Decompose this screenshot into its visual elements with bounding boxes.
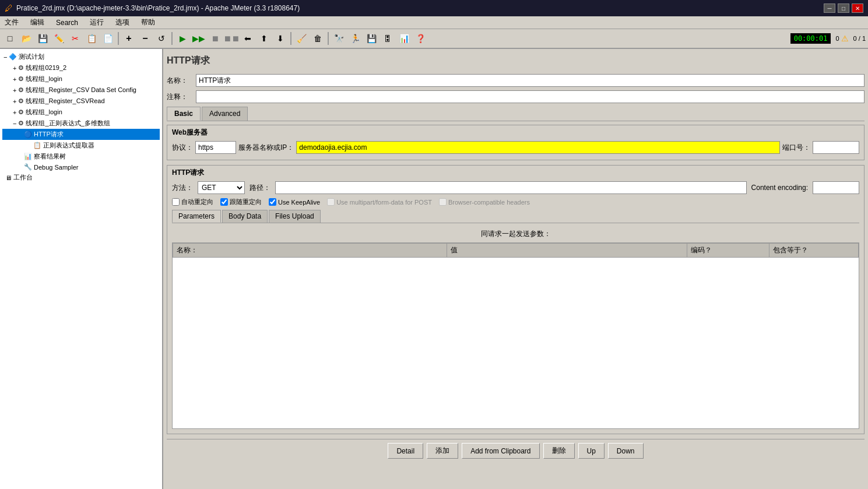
toolbar-separator-3 [290,32,291,45]
name-label: 名称： [167,76,196,86]
checkbox-redirect[interactable]: 自动重定向 [172,198,213,206]
content-area: HTTP请求 名称： 注释： Basic Advanced Web服务器 协议： [163,49,868,489]
menu-edit[interactable]: 编辑 [28,16,47,29]
toolbar-settings[interactable]: 🎛 [380,31,395,46]
sidebar-item-threadgroup-register-csv[interactable]: + ⚙ 线程组_Register_CSV Data Set Config [2,85,160,96]
protocol-input[interactable] [195,141,236,154]
toolbar-save-log[interactable]: 💾 [364,31,379,46]
toolbar-copy[interactable]: 📋 [84,31,99,46]
toolbar-cut[interactable]: ✂ [68,31,83,46]
web-server-title: Web服务器 [172,128,859,138]
toolbar-saveas[interactable]: ✏️ [51,31,66,46]
toolbar-run-remote[interactable]: 🏃 [347,31,363,46]
sidebar-item-resulttree[interactable]: 📊 察看结果树 [2,151,160,162]
checkbox-browser-headers[interactable]: Browser-compatible headers [439,198,530,206]
toolbar-save[interactable]: 💾 [35,31,50,46]
add-button[interactable]: 添加 [427,443,458,459]
down-button[interactable]: Down [608,443,644,459]
method-label: 方法： [172,183,193,193]
maximize-button[interactable]: □ [838,3,849,13]
comment-input[interactable] [196,90,865,103]
toolbar-start-all[interactable]: ▶▶ [191,31,206,46]
tab-basic[interactable]: Basic [167,107,201,121]
menu-help[interactable]: 帮助 [139,16,157,29]
toolbar-remove[interactable]: − [138,31,153,46]
sidebar-item-label: 工作台 [13,173,33,182]
toolbar-refresh[interactable]: ↺ [154,31,169,46]
sidebar-item-debug[interactable]: 🔧 Debug Sampler [2,162,160,172]
menu-search[interactable]: Search [54,17,80,28]
path-label: 路径： [249,183,270,193]
checkbox-keepalive[interactable]: Use KeepAlive [269,198,320,206]
add-from-clipboard-button[interactable]: Add from Clipboard [462,443,539,459]
delete-button[interactable]: 删除 [543,443,575,459]
toolbar-report[interactable]: 📊 [396,31,412,46]
sidebar-item-httprequest[interactable]: 🔵 HTTP请求 [2,129,160,140]
sidebar-item-threadgroup-login1[interactable]: + ⚙ 线程组_login [2,73,160,85]
threadgroup-icon: ⚙ [18,75,24,83]
expand-icon: + [13,109,16,116]
toolbar-search[interactable]: 🔭 [331,31,346,46]
close-button[interactable]: ✕ [852,3,863,13]
sidebar-item-label: 线程组_Register_CSVRead [26,97,104,105]
checkbox-multipart-input[interactable] [327,198,335,206]
tab-body-data[interactable]: Body Data [222,210,268,223]
menu-run[interactable]: 运行 [87,16,106,29]
up-button[interactable]: Up [578,443,605,459]
sidebar-item-testplan[interactable]: − 🔷 测试计划 [2,51,160,62]
sidebar-item-threadgroup-csvread[interactable]: + ⚙ 线程组_Register_CSVRead [2,96,160,107]
tab-advanced[interactable]: Advanced [202,107,248,121]
toolbar-stop-all[interactable]: ⏹⏹ [224,31,239,46]
detail-button[interactable]: Detail [388,443,423,459]
checkbox-multipart[interactable]: Use multipart/form-data for POST [327,198,432,206]
sidebar-item-threadgroup-login2[interactable]: + ⚙ 线程组_login [2,107,160,118]
httprequest-icon: 🔵 [24,131,32,138]
checkbox-browser-headers-input[interactable] [439,198,447,206]
menu-options[interactable]: 选项 [113,16,132,29]
checkbox-follow-redirect-input[interactable] [220,198,228,206]
toolbar-add[interactable]: + [121,31,136,46]
toolbar-down-arrow[interactable]: ⬇ [273,31,288,46]
toolbar-start[interactable]: ▶ [175,31,190,46]
sidebar-item-regex-extractor[interactable]: 📋 正则表达式提取器 [2,140,160,151]
comment-row: 注释： [167,90,865,103]
sidebar-item-workbench[interactable]: 🖥 工作台 [2,172,160,183]
checkbox-multipart-label: Use multipart/form-data for POST [336,199,432,206]
method-path-row: 方法： GET POST PUT DELETE HEAD OPTIONS PAT… [172,181,859,194]
window-title: Pratice_2rd.jmx (D:\apache-jmeter-3.3\bi… [16,4,300,12]
checkbox-follow-redirect[interactable]: 跟随重定向 [220,198,262,206]
error-count: 0 ⚠ [835,34,848,43]
tab-parameters[interactable]: Parameters [172,210,221,223]
sidebar-item-label: 线程组_Register_CSV Data Set Config [26,86,136,94]
toolbar-up[interactable]: ⬆ [256,31,272,46]
toolbar-stop[interactable]: ⏹ [208,31,223,46]
toolbar-open[interactable]: 📂 [19,31,34,46]
toolbar-paste[interactable]: 📄 [100,31,115,46]
path-input[interactable] [275,181,747,194]
toolbar-back[interactable]: ⬅ [240,31,255,46]
port-input[interactable] [813,141,859,154]
method-select[interactable]: GET POST PUT DELETE HEAD OPTIONS PATCH [198,181,245,194]
toolbar-new[interactable]: □ [2,31,17,46]
sidebar-item-threadgroup-regex[interactable]: − ⚙ 线程组_正则表达式_多维数组 [2,118,160,129]
toolbar-separator-2 [171,32,173,45]
toolbar-clear[interactable]: 🧹 [294,31,309,46]
sidebar-item-label: 线程组_login [26,108,62,117]
sidebar: − 🔷 测试计划 + ⚙ 线程组0219_2 + ⚙ 线程组_login + ⚙… [0,49,163,489]
col-value: 值 [447,244,687,258]
server-input[interactable] [296,141,780,154]
encoding-input[interactable] [813,181,859,194]
sidebar-item-label: 察看结果树 [34,152,66,161]
sidebar-item-label: 线程组0219_2 [26,64,66,72]
resulttree-icon: 📊 [24,153,32,160]
toolbar-help[interactable]: ❓ [413,31,428,46]
expand-icon: + [13,98,16,105]
sidebar-item-threadgroup1[interactable]: + ⚙ 线程组0219_2 [2,62,160,73]
checkbox-keepalive-input[interactable] [269,198,276,206]
menu-file[interactable]: 文件 [2,16,21,29]
name-input[interactable] [196,74,865,87]
tab-files-upload[interactable]: Files Upload [269,210,321,223]
checkbox-redirect-input[interactable] [172,198,180,206]
minimize-button[interactable]: ─ [824,3,835,13]
toolbar-clear-all[interactable]: 🗑 [310,31,325,46]
